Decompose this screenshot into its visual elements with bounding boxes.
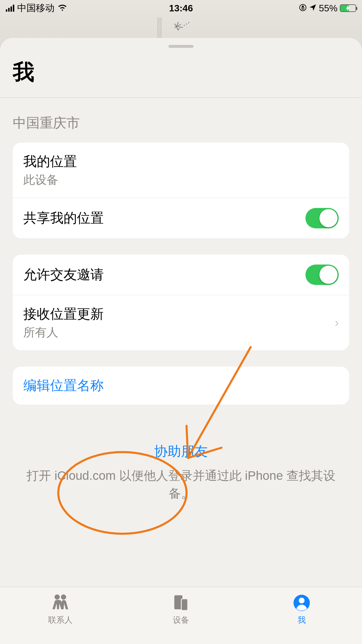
help-friend-section: 协助朋友 打开 iCloud.com 以便他人登录并通过此 iPhone 查找其… bbox=[0, 421, 362, 503]
share-location-row: 共享我的位置 bbox=[13, 198, 349, 238]
location-icon bbox=[309, 3, 317, 14]
allow-friend-title: 允许交友邀请 bbox=[23, 266, 104, 284]
wifi-icon bbox=[57, 3, 67, 14]
receive-updates-sub: 所有人 bbox=[23, 324, 104, 340]
map-label: 长… bbox=[172, 15, 191, 33]
sheet-grabber[interactable] bbox=[168, 45, 194, 48]
status-bar: 中国移动 13:46 55% bbox=[0, 0, 362, 16]
help-friend-desc: 打开 iCloud.com 以便他人登录并通过此 iPhone 查找其设备。 bbox=[13, 467, 349, 503]
tab-people-label: 联系人 bbox=[48, 615, 73, 626]
battery-percentage: 55% bbox=[319, 3, 338, 14]
devices-icon bbox=[171, 594, 191, 612]
map-road bbox=[157, 18, 161, 41]
svg-point-3 bbox=[55, 594, 60, 600]
tab-devices[interactable]: 设备 bbox=[121, 587, 241, 644]
receive-updates-row[interactable]: 接收位置更新 所有人 › bbox=[13, 295, 349, 350]
status-time: 13:46 bbox=[169, 3, 193, 14]
battery-icon bbox=[340, 4, 356, 12]
my-location-title: 我的位置 bbox=[23, 153, 77, 171]
tab-bar: 联系人 设备 我 bbox=[0, 587, 362, 644]
location-header: 中国重庆市 bbox=[13, 98, 349, 143]
settings-group-location: 我的位置 此设备 共享我的位置 bbox=[13, 143, 349, 238]
svg-point-4 bbox=[61, 594, 66, 600]
edit-location-name-link: 编辑位置名称 bbox=[23, 377, 104, 395]
me-sheet: 我 中国重庆市 我的位置 此设备 共享我的位置 允许交友邀请 bbox=[0, 38, 362, 644]
edit-location-name-row[interactable]: 编辑位置名称 bbox=[13, 367, 349, 405]
share-location-toggle[interactable] bbox=[305, 208, 339, 228]
rotation-lock-icon bbox=[299, 3, 307, 14]
help-friend-link[interactable]: 协助朋友 bbox=[13, 442, 349, 461]
allow-friend-toggle[interactable] bbox=[305, 265, 339, 285]
tab-devices-label: 设备 bbox=[173, 615, 189, 626]
svg-rect-6 bbox=[181, 599, 188, 610]
page-title: 我 bbox=[0, 48, 362, 97]
tab-people[interactable]: 联系人 bbox=[0, 587, 121, 644]
tab-me[interactable]: 我 bbox=[241, 587, 362, 644]
tab-me-label: 我 bbox=[298, 615, 306, 626]
my-location-sub: 此设备 bbox=[23, 172, 77, 188]
settings-group-edit: 编辑位置名称 bbox=[13, 367, 349, 405]
svg-point-8 bbox=[299, 598, 305, 603]
allow-friend-row: 允许交友邀请 bbox=[13, 255, 349, 295]
my-location-row[interactable]: 我的位置 此设备 bbox=[13, 143, 349, 198]
carrier-label: 中国移动 bbox=[17, 2, 55, 15]
people-icon bbox=[51, 594, 70, 612]
chevron-right-icon: › bbox=[335, 316, 339, 329]
signal-icon bbox=[6, 5, 14, 12]
share-location-title: 共享我的位置 bbox=[23, 209, 104, 227]
me-icon bbox=[292, 594, 311, 612]
receive-updates-title: 接收位置更新 bbox=[23, 305, 104, 323]
settings-group-friends: 允许交友邀请 接收位置更新 所有人 › bbox=[13, 255, 349, 350]
